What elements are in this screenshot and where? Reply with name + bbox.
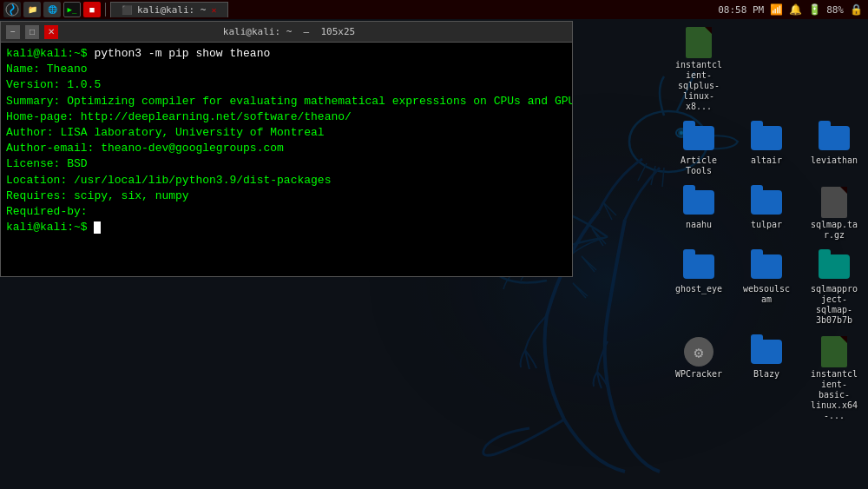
output-homepage: Home-page: http://deeplearning.net/softw… xyxy=(6,109,567,125)
battery-icon[interactable]: 🔋 xyxy=(807,3,821,17)
file-icon xyxy=(686,27,712,58)
command-line: kali@kali:~$ python3 -m pip show theano xyxy=(6,46,567,62)
desktop-icon-blazy[interactable]: Blazy xyxy=(737,333,796,425)
icon-row-1: Article Tools altair leviathan xyxy=(669,119,864,180)
icon-row-4: ⚙ WPCracker Blazy instantclient-basic-li… xyxy=(669,333,864,425)
folder-teal-icon xyxy=(819,254,850,279)
folder-icon xyxy=(751,340,782,364)
desktop-icon-sqlmapproject[interactable]: sqlmapproject-sqlmap-3b07b7b xyxy=(805,248,864,329)
output-author: Author: LISA laboratory, University of M… xyxy=(6,125,567,141)
desktop-icon-tulpar[interactable]: tulpar xyxy=(737,183,796,244)
files-icon[interactable]: 📁 xyxy=(23,2,41,17)
output-summary: Summary: Optimizing compiler for evaluat… xyxy=(6,94,567,109)
taskbar: 📁 🌐 ▶_ ■ ⬛ kali@kali: ~ ✕ 08:58 PM 📶 🔔 🔋… xyxy=(0,0,868,19)
network-icon[interactable]: 📶 xyxy=(769,3,783,17)
output-name: Name: Theano xyxy=(6,62,567,77)
time-display: 08:58 PM xyxy=(718,4,764,16)
output-version: Version: 1.0.5 xyxy=(6,77,567,93)
kali-menu-icon[interactable] xyxy=(3,2,21,17)
output-license: License: BSD xyxy=(6,156,567,172)
folder-icon xyxy=(683,126,714,150)
desktop-icons-area: instantclient-sqlplus-linux-x8... Articl… xyxy=(669,23,864,428)
folder-icon xyxy=(751,254,782,279)
output-location: Location: /usr/local/lib/python3.9/dist-… xyxy=(6,173,567,188)
desktop: − □ ✕ kali@kali: ~ — 105x25 kali@kali:~$… xyxy=(0,19,868,489)
browser-icon[interactable]: 🌐 xyxy=(43,2,61,17)
tab-close-icon[interactable]: ✕ xyxy=(211,5,216,15)
desktop-icon-instantclient-sqlplus[interactable]: instantclient-sqlplus-linux-x8... xyxy=(669,23,728,116)
folder-icon xyxy=(683,190,714,215)
terminal-titlebar: − □ ✕ kali@kali: ~ — 105x25 xyxy=(1,22,572,43)
icon-row-3: ghost_eye websoulscam sqlmapproject-sqlm… xyxy=(669,248,864,329)
desktop-icon-altair[interactable]: altair xyxy=(737,119,796,180)
taskbar-left: 📁 🌐 ▶_ ■ ⬛ kali@kali: ~ ✕ xyxy=(0,2,228,17)
terminal-tab[interactable]: ⬛ kali@kali: ~ ✕ xyxy=(110,2,228,17)
window-controls: − □ ✕ xyxy=(6,25,58,39)
desktop-icon-ghost-eye[interactable]: ghost_eye xyxy=(669,248,728,329)
maximize-button[interactable]: □ xyxy=(25,25,39,39)
taskbar-right: 08:58 PM 📶 🔔 🔋 88% 🔒 xyxy=(718,3,868,17)
output-required-by: Required-by: xyxy=(6,204,567,220)
desktop-icon-wpcracker[interactable]: ⚙ WPCracker xyxy=(669,333,728,425)
close-button[interactable]: ✕ xyxy=(44,25,58,39)
desktop-icon-instantclient-basic[interactable]: instantclient-basic-linux.x64-... xyxy=(805,333,864,425)
minimize-button[interactable]: − xyxy=(6,25,20,39)
folder-icon xyxy=(683,254,714,279)
desktop-icon-websoulscam[interactable]: websoulscam xyxy=(737,248,796,329)
folder-icon xyxy=(751,190,782,215)
sound-icon[interactable]: 🔔 xyxy=(788,3,802,17)
icon-row-2: naahu tulpar sqlmap.tar.gz xyxy=(669,183,864,244)
terminal-title: kali@kali: ~ — 105x25 xyxy=(58,26,520,37)
output-requires: Requires: scipy, six, numpy xyxy=(6,188,567,204)
gear-icon: ⚙ xyxy=(684,337,713,367)
battery-percent: 88% xyxy=(826,4,844,16)
terminal-body[interactable]: kali@kali:~$ python3 -m pip show theano … xyxy=(1,43,572,276)
red-app-icon[interactable]: ■ xyxy=(83,2,101,17)
terminal-window: − □ ✕ kali@kali: ~ — 105x25 kali@kali:~$… xyxy=(0,21,573,277)
lock-icon[interactable]: 🔒 xyxy=(849,3,863,17)
prompt-line: kali@kali:~$ xyxy=(6,220,567,235)
terminal-cursor xyxy=(94,221,101,234)
desktop-icon-article-tools[interactable]: Article Tools xyxy=(669,119,728,180)
archive-file-icon xyxy=(821,187,847,218)
folder-icon xyxy=(819,126,850,150)
folder-icon xyxy=(751,126,782,150)
icon-row-0: instantclient-sqlplus-linux-x8... xyxy=(669,23,864,116)
terminal-icon[interactable]: ▶_ xyxy=(63,2,81,17)
terminal-tab-label: kali@kali: ~ xyxy=(137,4,206,16)
desktop-icon-leviathan[interactable]: leviathan xyxy=(805,119,864,180)
output-author-email: Author-email: theano-dev@googlegroups.co… xyxy=(6,141,567,156)
file-icon xyxy=(821,336,847,367)
desktop-icon-naahu[interactable]: naahu xyxy=(669,183,728,244)
desktop-icon-sqlmap-targz[interactable]: sqlmap.tar.gz xyxy=(805,183,864,244)
